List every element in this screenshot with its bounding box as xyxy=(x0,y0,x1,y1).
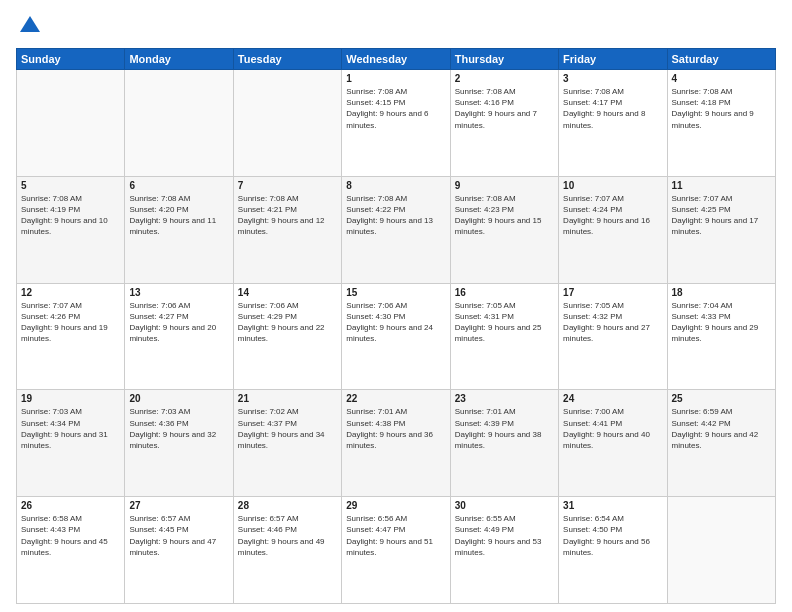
day-info: Sunrise: 7:01 AMSunset: 4:38 PMDaylight:… xyxy=(346,406,445,451)
day-info: Sunrise: 7:05 AMSunset: 4:31 PMDaylight:… xyxy=(455,300,554,345)
day-info: Sunrise: 6:59 AMSunset: 4:42 PMDaylight:… xyxy=(672,406,771,451)
day-info: Sunrise: 7:00 AMSunset: 4:41 PMDaylight:… xyxy=(563,406,662,451)
calendar-cell: 19Sunrise: 7:03 AMSunset: 4:34 PMDayligh… xyxy=(17,390,125,497)
day-info: Sunrise: 7:05 AMSunset: 4:32 PMDaylight:… xyxy=(563,300,662,345)
day-number: 10 xyxy=(563,180,662,191)
day-number: 27 xyxy=(129,500,228,511)
day-number: 11 xyxy=(672,180,771,191)
calendar-cell: 13Sunrise: 7:06 AMSunset: 4:27 PMDayligh… xyxy=(125,283,233,390)
day-info: Sunrise: 6:56 AMSunset: 4:47 PMDaylight:… xyxy=(346,513,445,558)
calendar-cell xyxy=(667,497,775,604)
calendar-cell: 2Sunrise: 7:08 AMSunset: 4:16 PMDaylight… xyxy=(450,70,558,177)
day-number: 24 xyxy=(563,393,662,404)
calendar-cell: 25Sunrise: 6:59 AMSunset: 4:42 PMDayligh… xyxy=(667,390,775,497)
day-info: Sunrise: 7:08 AMSunset: 4:19 PMDaylight:… xyxy=(21,193,120,238)
calendar-cell: 4Sunrise: 7:08 AMSunset: 4:18 PMDaylight… xyxy=(667,70,775,177)
day-number: 18 xyxy=(672,287,771,298)
day-number: 23 xyxy=(455,393,554,404)
weekday-header-sunday: Sunday xyxy=(17,49,125,70)
calendar-cell: 10Sunrise: 7:07 AMSunset: 4:24 PMDayligh… xyxy=(559,176,667,283)
day-info: Sunrise: 6:55 AMSunset: 4:49 PMDaylight:… xyxy=(455,513,554,558)
day-info: Sunrise: 6:58 AMSunset: 4:43 PMDaylight:… xyxy=(21,513,120,558)
day-number: 25 xyxy=(672,393,771,404)
calendar-cell: 9Sunrise: 7:08 AMSunset: 4:23 PMDaylight… xyxy=(450,176,558,283)
day-info: Sunrise: 7:08 AMSunset: 4:21 PMDaylight:… xyxy=(238,193,337,238)
calendar-cell xyxy=(17,70,125,177)
page: SundayMondayTuesdayWednesdayThursdayFrid… xyxy=(0,0,792,612)
day-info: Sunrise: 6:54 AMSunset: 4:50 PMDaylight:… xyxy=(563,513,662,558)
day-info: Sunrise: 7:06 AMSunset: 4:29 PMDaylight:… xyxy=(238,300,337,345)
day-number: 6 xyxy=(129,180,228,191)
calendar-cell: 24Sunrise: 7:00 AMSunset: 4:41 PMDayligh… xyxy=(559,390,667,497)
calendar-cell: 12Sunrise: 7:07 AMSunset: 4:26 PMDayligh… xyxy=(17,283,125,390)
calendar-cell xyxy=(125,70,233,177)
day-number: 20 xyxy=(129,393,228,404)
day-info: Sunrise: 7:08 AMSunset: 4:16 PMDaylight:… xyxy=(455,86,554,131)
logo xyxy=(16,12,48,40)
calendar-cell: 5Sunrise: 7:08 AMSunset: 4:19 PMDaylight… xyxy=(17,176,125,283)
calendar-cell: 8Sunrise: 7:08 AMSunset: 4:22 PMDaylight… xyxy=(342,176,450,283)
calendar-cell: 29Sunrise: 6:56 AMSunset: 4:47 PMDayligh… xyxy=(342,497,450,604)
day-info: Sunrise: 6:57 AMSunset: 4:45 PMDaylight:… xyxy=(129,513,228,558)
day-info: Sunrise: 7:08 AMSunset: 4:22 PMDaylight:… xyxy=(346,193,445,238)
day-info: Sunrise: 7:07 AMSunset: 4:25 PMDaylight:… xyxy=(672,193,771,238)
day-number: 16 xyxy=(455,287,554,298)
weekday-header-thursday: Thursday xyxy=(450,49,558,70)
day-info: Sunrise: 7:08 AMSunset: 4:17 PMDaylight:… xyxy=(563,86,662,131)
calendar-cell: 30Sunrise: 6:55 AMSunset: 4:49 PMDayligh… xyxy=(450,497,558,604)
day-info: Sunrise: 7:04 AMSunset: 4:33 PMDaylight:… xyxy=(672,300,771,345)
day-info: Sunrise: 7:06 AMSunset: 4:30 PMDaylight:… xyxy=(346,300,445,345)
calendar-cell: 22Sunrise: 7:01 AMSunset: 4:38 PMDayligh… xyxy=(342,390,450,497)
calendar-cell: 20Sunrise: 7:03 AMSunset: 4:36 PMDayligh… xyxy=(125,390,233,497)
calendar-cell xyxy=(233,70,341,177)
calendar-cell: 1Sunrise: 7:08 AMSunset: 4:15 PMDaylight… xyxy=(342,70,450,177)
day-info: Sunrise: 7:06 AMSunset: 4:27 PMDaylight:… xyxy=(129,300,228,345)
day-number: 4 xyxy=(672,73,771,84)
day-number: 9 xyxy=(455,180,554,191)
calendar-cell: 15Sunrise: 7:06 AMSunset: 4:30 PMDayligh… xyxy=(342,283,450,390)
day-number: 15 xyxy=(346,287,445,298)
calendar-cell: 27Sunrise: 6:57 AMSunset: 4:45 PMDayligh… xyxy=(125,497,233,604)
day-info: Sunrise: 7:03 AMSunset: 4:36 PMDaylight:… xyxy=(129,406,228,451)
day-info: Sunrise: 7:08 AMSunset: 4:15 PMDaylight:… xyxy=(346,86,445,131)
calendar-cell: 7Sunrise: 7:08 AMSunset: 4:21 PMDaylight… xyxy=(233,176,341,283)
day-number: 26 xyxy=(21,500,120,511)
calendar-cell: 17Sunrise: 7:05 AMSunset: 4:32 PMDayligh… xyxy=(559,283,667,390)
day-number: 22 xyxy=(346,393,445,404)
day-number: 13 xyxy=(129,287,228,298)
weekday-header-monday: Monday xyxy=(125,49,233,70)
calendar-cell: 23Sunrise: 7:01 AMSunset: 4:39 PMDayligh… xyxy=(450,390,558,497)
calendar-cell: 21Sunrise: 7:02 AMSunset: 4:37 PMDayligh… xyxy=(233,390,341,497)
calendar-cell: 18Sunrise: 7:04 AMSunset: 4:33 PMDayligh… xyxy=(667,283,775,390)
day-info: Sunrise: 6:57 AMSunset: 4:46 PMDaylight:… xyxy=(238,513,337,558)
weekday-header-wednesday: Wednesday xyxy=(342,49,450,70)
weekday-header-saturday: Saturday xyxy=(667,49,775,70)
day-number: 2 xyxy=(455,73,554,84)
day-number: 14 xyxy=(238,287,337,298)
calendar-cell: 11Sunrise: 7:07 AMSunset: 4:25 PMDayligh… xyxy=(667,176,775,283)
header xyxy=(16,12,776,40)
day-number: 17 xyxy=(563,287,662,298)
weekday-header-friday: Friday xyxy=(559,49,667,70)
calendar-table: SundayMondayTuesdayWednesdayThursdayFrid… xyxy=(16,48,776,604)
calendar-cell: 31Sunrise: 6:54 AMSunset: 4:50 PMDayligh… xyxy=(559,497,667,604)
calendar-cell: 6Sunrise: 7:08 AMSunset: 4:20 PMDaylight… xyxy=(125,176,233,283)
day-info: Sunrise: 7:08 AMSunset: 4:18 PMDaylight:… xyxy=(672,86,771,131)
day-number: 12 xyxy=(21,287,120,298)
calendar-cell: 3Sunrise: 7:08 AMSunset: 4:17 PMDaylight… xyxy=(559,70,667,177)
day-info: Sunrise: 7:03 AMSunset: 4:34 PMDaylight:… xyxy=(21,406,120,451)
calendar-cell: 14Sunrise: 7:06 AMSunset: 4:29 PMDayligh… xyxy=(233,283,341,390)
logo-icon xyxy=(16,12,44,40)
day-number: 30 xyxy=(455,500,554,511)
day-number: 19 xyxy=(21,393,120,404)
day-number: 21 xyxy=(238,393,337,404)
day-info: Sunrise: 7:08 AMSunset: 4:23 PMDaylight:… xyxy=(455,193,554,238)
day-number: 1 xyxy=(346,73,445,84)
day-number: 7 xyxy=(238,180,337,191)
day-number: 8 xyxy=(346,180,445,191)
day-number: 5 xyxy=(21,180,120,191)
calendar-cell: 26Sunrise: 6:58 AMSunset: 4:43 PMDayligh… xyxy=(17,497,125,604)
day-number: 29 xyxy=(346,500,445,511)
calendar-cell: 16Sunrise: 7:05 AMSunset: 4:31 PMDayligh… xyxy=(450,283,558,390)
day-info: Sunrise: 7:02 AMSunset: 4:37 PMDaylight:… xyxy=(238,406,337,451)
